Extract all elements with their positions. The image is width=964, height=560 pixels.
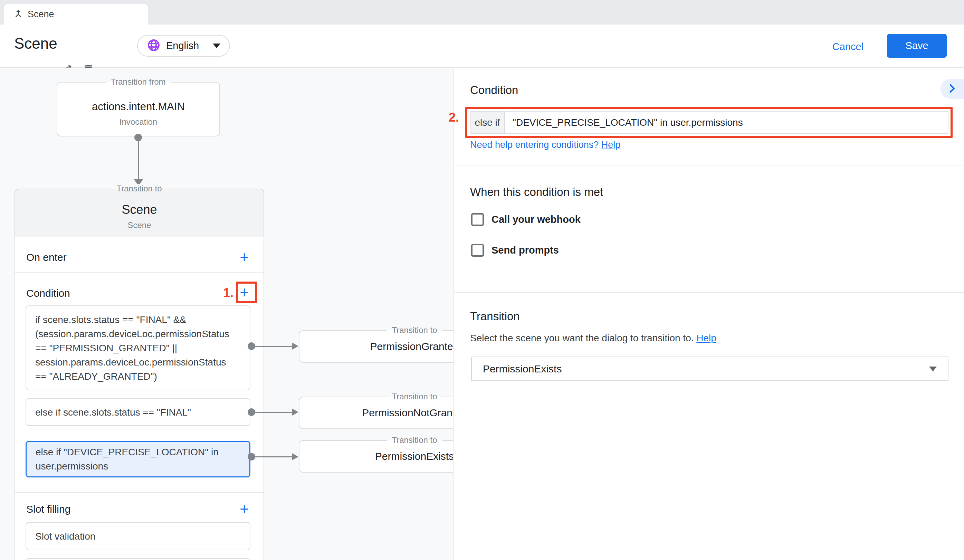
target-name: PermissionExists <box>375 451 453 462</box>
save-button[interactable]: Save <box>887 34 947 58</box>
panel-condition-heading: Condition <box>470 84 518 97</box>
language-label: English <box>166 40 207 52</box>
condition-text: else if scene.slots.status == "FINAL" <box>26 405 191 419</box>
select-caret-icon <box>929 366 937 371</box>
target-node-permission-exists[interactable]: PermissionExists <box>299 440 453 473</box>
transition-to-legend: Transition to <box>112 184 166 194</box>
prompts-checkbox-label: Send prompts <box>492 244 559 256</box>
prompts-checkbox[interactable] <box>471 244 484 257</box>
slot-filling-add-button[interactable]: + <box>240 501 249 517</box>
target-node-permission-granted[interactable]: PermissionGranted <box>299 330 453 363</box>
flow-canvas: actions.intent.MAIN Invocation Transitio… <box>0 68 453 560</box>
intent-name: actions.intent.MAIN <box>57 101 219 113</box>
condition-help-link[interactable]: Help <box>601 140 621 150</box>
condition-input[interactable] <box>505 112 948 133</box>
target-node-permission-not-granted[interactable]: PermissionNotGranted <box>299 397 453 429</box>
caret-down-icon <box>213 44 220 48</box>
partial-item <box>26 558 251 560</box>
target-legend: Transition to <box>387 392 442 401</box>
condition-item-3-selected[interactable]: else if "DEVICE_PRECISE_LOCATION" in use… <box>26 441 251 477</box>
condition-panel: Condition 2. else if Need help entering … <box>453 68 964 560</box>
condition-editor-row: else if <box>470 111 948 134</box>
help-prefix: Need help entering conditions? <box>470 140 601 150</box>
webhook-checkbox-row: Call your webhook <box>471 213 581 226</box>
section-divider <box>15 272 264 273</box>
transition-subtitle: Select the scene you want the dialog to … <box>470 333 716 344</box>
condition-label: Condition <box>26 287 70 299</box>
header: Scene English Cancel Save <box>0 24 964 68</box>
scene-node-title: Scene <box>15 202 264 217</box>
transition-arrow <box>255 456 293 457</box>
condition-text: else if "DEVICE_PRECISE_LOCATION" in use… <box>27 445 219 473</box>
transition-arrow <box>255 412 293 413</box>
slot-validation-item[interactable]: Slot validation <box>26 522 251 550</box>
webhook-checkbox[interactable] <box>471 213 484 226</box>
scene-node-header[interactable]: Scene Scene <box>15 189 264 237</box>
tab-label: Scene <box>28 9 54 20</box>
page-title: Scene <box>14 35 57 52</box>
target-name: PermissionNotGranted <box>362 407 453 419</box>
condition-item-2[interactable]: else if scene.slots.status == "FINAL" <box>26 398 251 426</box>
scene-select-value: PermissionExists <box>483 363 929 375</box>
transition-subtitle-text: Select the scene you want the dialog to … <box>470 333 696 343</box>
tab-bar: Scene <box>0 0 964 24</box>
scene-select[interactable]: PermissionExists <box>471 357 948 381</box>
else-if-chip: else if <box>471 112 505 133</box>
transition-arrow <box>255 346 293 347</box>
section-divider <box>15 492 264 493</box>
transition-from-node[interactable]: actions.intent.MAIN Invocation <box>57 82 220 137</box>
chevron-right-icon <box>945 81 959 96</box>
annotation-step1: 1. <box>209 286 233 300</box>
scene-tab[interactable]: Scene <box>4 4 148 24</box>
target-name: PermissionGranted <box>370 341 453 352</box>
collapse-panel-button[interactable] <box>941 79 964 99</box>
on-enter-add-button[interactable]: + <box>240 249 249 265</box>
connector-dot <box>248 342 255 350</box>
condition-help-text: Need help entering conditions? Help <box>470 140 620 150</box>
condition-item-1[interactable]: if scene.slots.status == "FINAL" && (ses… <box>26 305 251 391</box>
slot-validation-label: Slot validation <box>26 529 95 544</box>
webhook-checkbox-label: Call your webhook <box>492 214 581 225</box>
condition-add-button[interactable]: + <box>240 284 249 300</box>
target-legend: Transition to <box>387 435 442 445</box>
panel-divider <box>454 165 964 166</box>
condition-text: if scene.slots.status == "FINAL" && (ses… <box>26 313 230 383</box>
prompts-checkbox-row: Send prompts <box>471 244 559 257</box>
when-met-heading: When this condition is met <box>470 186 603 199</box>
annotation-step2: 2. <box>449 110 459 125</box>
connector-dot <box>248 453 255 461</box>
merge-icon <box>13 8 23 20</box>
on-enter-label: On enter <box>26 251 67 263</box>
transition-heading: Transition <box>470 310 520 323</box>
intent-type: Invocation <box>57 117 219 127</box>
panel-divider <box>454 292 964 293</box>
transition-help-link[interactable]: Help <box>696 333 716 343</box>
connector-dot <box>248 409 255 416</box>
cancel-button[interactable]: Cancel <box>829 38 867 55</box>
target-legend: Transition to <box>387 326 442 335</box>
scene-node-subtitle: Scene <box>15 220 264 230</box>
globe-icon <box>147 38 161 54</box>
slot-filling-label: Slot filling <box>26 503 70 515</box>
transition-from-legend: Transition from <box>106 77 170 87</box>
language-selector[interactable]: English <box>137 35 230 57</box>
flow-arrow-line <box>138 137 139 179</box>
